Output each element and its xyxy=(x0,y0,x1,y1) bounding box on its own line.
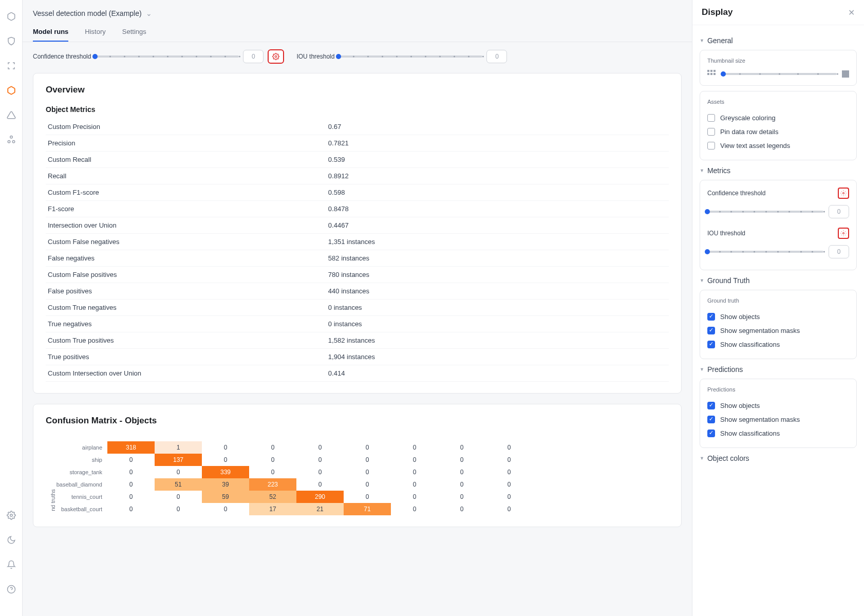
confusion-cell[interactable]: 137 xyxy=(155,454,202,466)
tab-settings[interactable]: Settings xyxy=(122,28,146,42)
confidence-gear-button[interactable] xyxy=(268,49,284,64)
breadcrumb[interactable]: Vessel detection model (Example) ⌄ xyxy=(33,9,682,17)
confusion-cell[interactable]: 59 xyxy=(202,491,249,503)
confusion-cell[interactable]: 0 xyxy=(344,491,391,503)
confusion-cell[interactable]: 318 xyxy=(107,441,155,454)
metric-value[interactable]: 1,904 instances xyxy=(326,349,669,365)
tab-history[interactable]: History xyxy=(85,28,105,42)
confusion-cell[interactable]: 0 xyxy=(202,441,249,454)
confusion-cell[interactable]: 0 xyxy=(107,491,155,503)
hexagon-icon[interactable] xyxy=(5,84,17,97)
confusion-cell[interactable]: 0 xyxy=(391,454,438,466)
confusion-cell[interactable]: 0 xyxy=(155,503,202,515)
confusion-cell[interactable]: 0 xyxy=(391,503,438,515)
cluster-icon[interactable] xyxy=(5,134,17,146)
pred-show-masks-checkbox[interactable] xyxy=(707,416,715,423)
gear-icon[interactable] xyxy=(5,509,17,521)
pred-show-class-checkbox[interactable] xyxy=(707,430,715,437)
pin-row-checkbox[interactable] xyxy=(707,128,715,136)
confusion-cell[interactable]: 0 xyxy=(249,441,296,454)
confusion-cell[interactable]: 1 xyxy=(155,441,202,454)
gt-show-objects-checkbox[interactable] xyxy=(707,313,715,321)
confusion-cell[interactable]: 0 xyxy=(438,491,485,503)
shield-icon[interactable] xyxy=(5,35,17,47)
moon-icon[interactable] xyxy=(5,534,17,546)
pred-show-objects-checkbox[interactable] xyxy=(707,402,715,409)
confusion-cell[interactable]: 0 xyxy=(296,454,344,466)
confusion-cell[interactable]: 0 xyxy=(344,466,391,478)
confusion-cell[interactable]: 0 xyxy=(155,491,202,503)
side-confidence-gear-button[interactable] xyxy=(838,188,849,199)
confusion-cell[interactable]: 0 xyxy=(249,454,296,466)
metric-value[interactable]: 1,351 instances xyxy=(326,234,669,250)
confusion-cell[interactable]: 0 xyxy=(344,441,391,454)
bell-icon[interactable] xyxy=(5,558,17,571)
confusion-cell[interactable]: 0 xyxy=(296,466,344,478)
help-icon[interactable] xyxy=(5,583,17,595)
view-legends-checkbox[interactable] xyxy=(707,142,715,150)
confusion-cell[interactable]: 0 xyxy=(485,478,533,491)
confusion-cell[interactable]: 0 xyxy=(107,454,155,466)
section-metrics[interactable]: ▼Metrics xyxy=(700,166,857,175)
greyscale-checkbox[interactable] xyxy=(707,114,715,122)
side-confidence-slider[interactable] xyxy=(707,211,823,213)
confusion-cell[interactable]: 0 xyxy=(391,491,438,503)
confusion-cell[interactable]: 0 xyxy=(107,503,155,515)
confusion-cell[interactable]: 0 xyxy=(391,478,438,491)
confusion-cell[interactable]: 17 xyxy=(249,503,296,515)
confidence-threshold-value[interactable]: 0 xyxy=(243,50,264,63)
confusion-cell[interactable]: 0 xyxy=(485,491,533,503)
confusion-cell[interactable]: 51 xyxy=(155,478,202,491)
confusion-cell[interactable]: 0 xyxy=(344,454,391,466)
confusion-cell[interactable]: 0 xyxy=(107,478,155,491)
confusion-cell[interactable]: 0 xyxy=(391,466,438,478)
section-predictions[interactable]: ▼Predictions xyxy=(700,365,857,374)
confusion-cell[interactable]: 0 xyxy=(202,503,249,515)
metric-value[interactable]: 582 instances xyxy=(326,250,669,267)
confusion-cell[interactable]: 21 xyxy=(296,503,344,515)
side-iou-gear-button[interactable] xyxy=(838,228,849,239)
confusion-cell[interactable]: 339 xyxy=(202,466,249,478)
confusion-cell[interactable]: 0 xyxy=(485,441,533,454)
section-ground-truth[interactable]: ▼Ground Truth xyxy=(700,276,857,285)
confusion-cell[interactable]: 0 xyxy=(438,441,485,454)
confusion-cell[interactable]: 0 xyxy=(438,503,485,515)
close-icon[interactable]: ✕ xyxy=(848,8,855,17)
confusion-cell[interactable]: 0 xyxy=(202,454,249,466)
confusion-cell[interactable]: 0 xyxy=(296,441,344,454)
confusion-cell[interactable]: 0 xyxy=(391,441,438,454)
confusion-cell[interactable]: 0 xyxy=(485,466,533,478)
iou-threshold-value[interactable]: 0 xyxy=(486,50,507,63)
confusion-cell[interactable]: 0 xyxy=(344,478,391,491)
confusion-cell[interactable]: 0 xyxy=(438,454,485,466)
confusion-cell[interactable]: 0 xyxy=(485,503,533,515)
confusion-cell[interactable]: 0 xyxy=(438,478,485,491)
triangle-icon[interactable] xyxy=(5,109,17,121)
confusion-cell[interactable]: 0 xyxy=(438,466,485,478)
confusion-cell[interactable]: 223 xyxy=(249,478,296,491)
iou-threshold-slider[interactable] xyxy=(339,55,482,58)
thumbnail-size-slider[interactable] xyxy=(721,73,837,75)
cube-icon[interactable] xyxy=(5,10,17,23)
metric-value[interactable]: 780 instances xyxy=(326,267,669,283)
confusion-cell[interactable]: 52 xyxy=(249,491,296,503)
box-icon[interactable] xyxy=(5,60,17,72)
confusion-cell[interactable]: 39 xyxy=(202,478,249,491)
section-object-colors[interactable]: ▼Object colors xyxy=(700,454,857,462)
side-confidence-value[interactable]: 0 xyxy=(829,205,849,218)
confusion-cell[interactable]: 0 xyxy=(249,466,296,478)
confusion-cell[interactable]: 0 xyxy=(485,454,533,466)
side-iou-slider[interactable] xyxy=(707,251,823,253)
tab-model-runs[interactable]: Model runs xyxy=(33,28,68,42)
metric-value[interactable]: 1,582 instances xyxy=(326,332,669,349)
section-general[interactable]: ▼General xyxy=(700,36,857,45)
gt-show-masks-checkbox[interactable] xyxy=(707,327,715,334)
confusion-cell[interactable]: 290 xyxy=(296,491,344,503)
confusion-cell[interactable]: 0 xyxy=(155,466,202,478)
gt-show-class-checkbox[interactable] xyxy=(707,341,715,348)
side-iou-value[interactable]: 0 xyxy=(829,245,849,258)
confusion-cell[interactable]: 71 xyxy=(344,503,391,515)
confidence-threshold-slider[interactable] xyxy=(95,55,239,58)
metric-value[interactable]: 440 instances xyxy=(326,283,669,300)
confusion-cell[interactable]: 0 xyxy=(107,466,155,478)
